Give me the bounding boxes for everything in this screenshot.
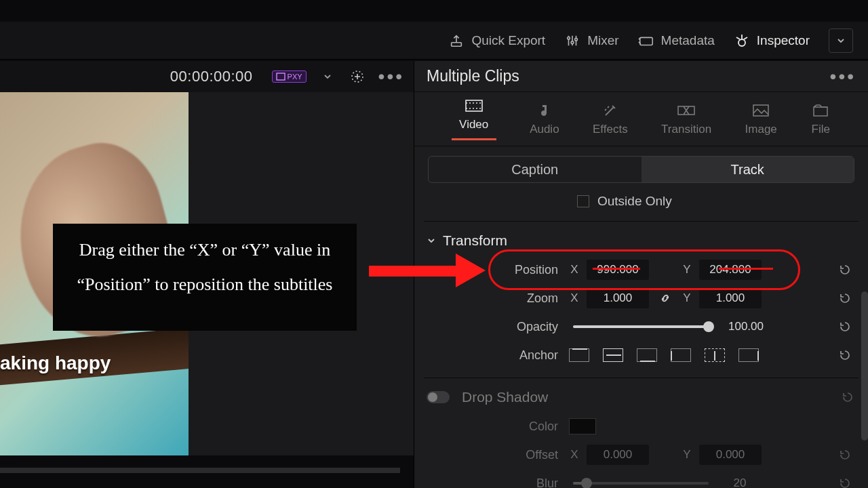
toolbar-dropdown[interactable]	[829, 28, 853, 53]
anchor-left[interactable]	[671, 348, 691, 362]
anchor-bottom[interactable]	[637, 348, 657, 362]
anchor-top[interactable]	[569, 348, 589, 362]
metadata-button[interactable]: Metadata	[638, 33, 715, 49]
offset-x-input[interactable]	[587, 445, 649, 465]
outside-only-label: Outside Only	[597, 194, 672, 209]
tab-image[interactable]: Image	[745, 102, 777, 136]
transition-icon	[676, 102, 696, 119]
tab-video-label: Video	[459, 118, 488, 131]
proxy-mode-chip[interactable]: PXY	[272, 70, 307, 83]
viewer-toolbar: 00:00:00:00 PXY •••	[0, 61, 414, 92]
quick-export-label: Quick Export	[471, 33, 545, 48]
svg-rect-4	[639, 37, 652, 45]
anchor-right[interactable]	[738, 348, 759, 362]
image-icon	[751, 102, 771, 119]
position-x-input[interactable]	[587, 260, 649, 280]
opacity-value[interactable]	[719, 317, 772, 337]
section-transform-label: Transform	[443, 232, 507, 249]
position-y-label: Y	[682, 263, 692, 277]
tab-effects[interactable]: Effects	[593, 102, 628, 136]
svg-rect-8	[466, 100, 482, 111]
section-transform-header[interactable]: Transform	[414, 223, 868, 256]
svg-point-5	[738, 39, 745, 46]
tab-video[interactable]: Video	[452, 98, 496, 140]
reset-opacity-icon[interactable]	[837, 319, 853, 335]
offset-x-label: X	[569, 448, 580, 462]
anchor-center[interactable]	[705, 348, 725, 362]
tab-file[interactable]: File	[810, 102, 831, 136]
tab-audio[interactable]: Audio	[530, 102, 559, 136]
reset-offset-icon[interactable]	[837, 447, 853, 463]
tab-file-label: File	[812, 123, 830, 136]
quick-export-button[interactable]: Quick Export	[448, 33, 545, 49]
anchor-middle[interactable]	[603, 348, 623, 362]
inspector-subtabs: Caption Track	[428, 156, 854, 183]
annotation-arrow	[369, 253, 488, 287]
top-toolbar: Quick Export Mixer Metadata Inspector	[0, 22, 868, 60]
inspector-button[interactable]: Inspector	[734, 33, 810, 49]
mixer-icon	[564, 33, 580, 49]
zoom-y-label: Y	[682, 291, 692, 305]
subtab-track[interactable]: Track	[642, 157, 854, 182]
reset-position-icon[interactable]	[837, 262, 853, 278]
mixer-button[interactable]: Mixer	[564, 33, 618, 49]
reset-dropshadow-icon[interactable]	[840, 389, 856, 405]
link-axes-icon[interactable]	[656, 291, 675, 305]
anchor-label: Anchor	[421, 348, 562, 363]
reset-anchor-icon[interactable]	[837, 347, 853, 363]
inspector-more-menu[interactable]: •••	[830, 72, 856, 81]
metadata-label: Metadata	[661, 33, 715, 48]
opacity-label: Opacity	[421, 320, 562, 334]
audio-icon	[534, 102, 555, 119]
chevron-down-icon	[427, 232, 436, 249]
shadow-offset-row: Offset X Y	[414, 441, 868, 469]
tab-transition[interactable]: Transition	[661, 102, 711, 136]
section-dropshadow-header[interactable]: Drop Shadow	[414, 380, 868, 412]
svg-rect-6	[277, 73, 285, 80]
zoom-x-label: X	[569, 291, 580, 305]
reset-zoom-icon[interactable]	[837, 290, 853, 306]
video-icon	[464, 98, 484, 114]
svg-point-2	[571, 41, 574, 43]
instruction-tooltip: Drag either the “X” or “Y” value in “Pos…	[53, 224, 357, 331]
blur-slider[interactable]	[573, 482, 709, 485]
svg-rect-0	[452, 42, 462, 46]
inspector-title: Multiple Clips	[427, 67, 519, 85]
timecode-display[interactable]: 00:00:00:00	[170, 68, 253, 85]
dropshadow-toggle[interactable]	[427, 391, 450, 403]
mixer-label: Mixer	[587, 33, 618, 48]
subtab-caption[interactable]: Caption	[429, 157, 642, 182]
anchor-row: Anchor	[414, 341, 868, 369]
outside-only-checkbox[interactable]	[577, 195, 589, 207]
blur-value[interactable]	[719, 473, 760, 488]
metadata-icon	[638, 33, 654, 49]
offset-y-input[interactable]	[699, 445, 762, 465]
shadow-color-row: Color	[414, 412, 868, 441]
opacity-row: Opacity	[414, 312, 868, 341]
shadow-color-swatch[interactable]	[569, 418, 596, 434]
zoom-x-input[interactable]	[587, 288, 649, 308]
shadow-blur-row: Blur	[414, 469, 868, 488]
position-y-input[interactable]	[699, 260, 762, 280]
tab-image-label: Image	[745, 123, 777, 136]
subtitle-overlay: aking happy	[0, 352, 111, 374]
timeline-scrubber[interactable]	[0, 468, 400, 473]
svg-point-1	[568, 37, 570, 39]
magic-enhance-icon[interactable]	[349, 68, 366, 85]
proxy-dropdown[interactable]	[319, 68, 336, 85]
tab-transition-label: Transition	[661, 123, 711, 136]
zoom-y-input[interactable]	[699, 288, 762, 308]
svg-point-3	[575, 38, 578, 41]
viewer-more-menu[interactable]: •••	[378, 72, 404, 81]
reset-blur-icon[interactable]	[837, 475, 853, 488]
effects-icon	[600, 102, 620, 119]
opacity-slider[interactable]	[573, 325, 709, 328]
shadow-color-label: Color	[421, 420, 562, 434]
inspector-scrollbar[interactable]	[861, 291, 868, 441]
inspector-tabs: Video Audio Effects Transition Image Fil…	[414, 92, 868, 146]
offset-y-label: Y	[682, 448, 692, 462]
tab-effects-label: Effects	[593, 123, 628, 136]
shadow-blur-label: Blur	[421, 476, 562, 489]
export-icon	[448, 33, 465, 49]
inspector-label: Inspector	[757, 33, 810, 48]
